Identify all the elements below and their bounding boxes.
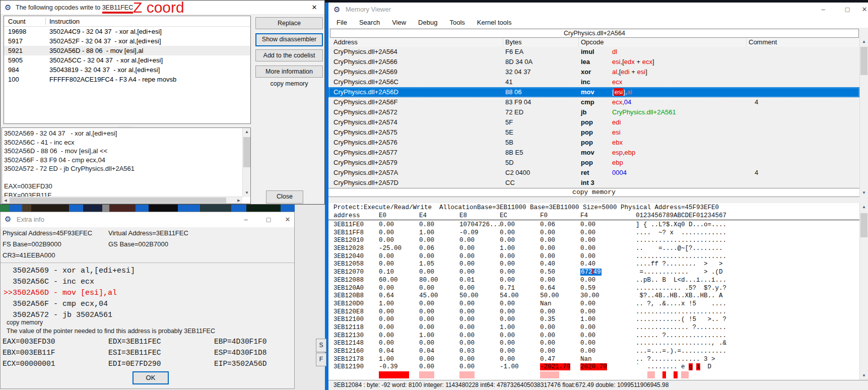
hex-value[interactable]: 0.01 xyxy=(459,277,500,285)
scroll-left-icon[interactable]: ◀ xyxy=(2,197,9,204)
hex-value[interactable]: 0.71 xyxy=(500,285,540,293)
hex-value[interactable]: 0.00 xyxy=(459,261,500,269)
hex-value[interactable]: 0.06 xyxy=(419,245,459,253)
hex-value[interactable] xyxy=(540,371,580,379)
hex-value[interactable]: 0.00 xyxy=(500,356,540,364)
hex-value[interactable]: 0.00 xyxy=(540,340,580,348)
hex-value[interactable]: -2021.70 xyxy=(540,363,580,371)
hex-row[interactable]: 3EB121000.000.000.000.000.351.00........… xyxy=(328,316,859,324)
hex-value[interactable]: 0.00 xyxy=(580,332,621,340)
hex-row[interactable]: 3EB120400.000.000.000.000.000.00........… xyxy=(328,253,859,261)
close-icon[interactable]: ✕ xyxy=(281,212,294,227)
hex-value[interactable]: 0.00 xyxy=(580,245,621,253)
hex-value[interactable]: Nan xyxy=(580,356,621,364)
hex-value[interactable]: 0.00 xyxy=(580,229,621,237)
hex-value[interactable]: 0.35 xyxy=(540,316,580,324)
hex-value[interactable]: 0.00 xyxy=(540,237,580,245)
hex-value[interactable]: 0.00 xyxy=(379,332,419,340)
column-comment[interactable]: Comment xyxy=(746,38,859,47)
hex-row[interactable]: 3EB121180.000.000.001.000.000.00........… xyxy=(328,324,859,332)
column-separator[interactable] xyxy=(45,18,46,25)
hex-value[interactable]: 0.00 xyxy=(459,300,500,308)
hex-row[interactable]: 3EB120E80.000.000.000.000.000.00........… xyxy=(328,308,859,316)
hex-value[interactable]: 0.00 xyxy=(540,308,580,316)
disasm-row[interactable]: CryPhysics.dll+2A57DCCint 3 xyxy=(328,178,859,188)
column-bytes[interactable]: Bytes xyxy=(503,38,578,47)
hex-value[interactable]: 10704726... xyxy=(459,221,500,229)
hex-value[interactable]: 0.00 xyxy=(500,300,540,308)
hex-value[interactable]: 0.00 xyxy=(500,221,540,229)
disasm-row[interactable]: CryPhysics.dll+2A5778B E5movesp,ebp xyxy=(328,148,859,158)
hex-value[interactable]: 0.00 xyxy=(459,332,500,340)
copy-memory-label[interactable]: copy memory xyxy=(255,80,323,87)
disasm-row[interactable]: CryPhysics.dll+2A5745Fpopedi xyxy=(328,117,859,127)
splitter[interactable]: ........ xyxy=(328,197,859,203)
column-count[interactable]: Count xyxy=(8,16,26,27)
hex-value[interactable]: 0.00 xyxy=(500,261,540,269)
hex-value[interactable]: 0.64 xyxy=(379,292,419,300)
column-address[interactable]: Address xyxy=(333,38,505,47)
hex-row[interactable]: 3EB120100.000.000.000.000.000.00........… xyxy=(328,237,859,245)
hex-value[interactable]: 0.00 xyxy=(580,340,621,348)
menu-item-debug[interactable]: Debug xyxy=(418,19,437,26)
hex-value[interactable]: 0.00 xyxy=(500,269,540,277)
hex-value[interactable]: 0.00 xyxy=(459,324,500,332)
menu-item-tools[interactable]: Tools xyxy=(449,19,464,26)
minimize-button[interactable]: – xyxy=(236,212,256,227)
hex-value[interactable]: 1.00 xyxy=(500,324,540,332)
menu-item-file[interactable]: File xyxy=(337,19,347,26)
close-icon[interactable]: ✕ xyxy=(306,1,322,15)
hex-value[interactable]: 0.00 xyxy=(540,277,580,285)
hex-value[interactable]: Nan xyxy=(540,300,580,308)
hex-value[interactable]: 80.00 xyxy=(419,277,459,285)
disasm-row[interactable]: CryPhysics.dll+2A5795Dpopebp xyxy=(328,158,859,168)
ok-button[interactable]: OK xyxy=(132,371,169,384)
hex-value[interactable]: 45.00 xyxy=(419,292,459,300)
hex-value[interactable]: 67249 xyxy=(580,269,621,277)
disasm-row[interactable]: CryPhysics.dll+2A5765Bpopebx xyxy=(328,138,859,148)
hex-value[interactable]: 1.00 xyxy=(419,229,459,237)
hex-row[interactable]: 3EB11FF80.001.00-0.090.000.000.00.... ~?… xyxy=(328,229,859,237)
opcodes-list-row[interactable]: 100FFFFF802ACE19FC4 - F3 A4 - repe movsb xyxy=(4,75,250,84)
column-opcode[interactable]: Opcode xyxy=(578,38,746,47)
hex-value[interactable]: 0.00 xyxy=(419,285,459,293)
hex-value[interactable]: 54.00 xyxy=(500,292,540,300)
hex-value[interactable]: 0.04 xyxy=(419,348,459,356)
hex-value[interactable] xyxy=(419,371,459,379)
hex-value[interactable]: 0.00 xyxy=(419,356,459,364)
opcodes-list-row[interactable]: 196983502A4C9 - 32 04 37 - xor al,[edi+e… xyxy=(4,27,250,36)
opcodes-list-row[interactable]: 98435043819 - 32 04 37 - xor al,[edi+esi… xyxy=(4,65,250,75)
hex-value[interactable]: 0.00 xyxy=(459,237,500,245)
detail-text[interactable]: 3502A569 - 32 04 37 - xor al,[edi+esi]35… xyxy=(4,129,241,197)
hex-row[interactable]: 3EB120B80.6445.0050.0054.0050.0030.00 $?… xyxy=(328,292,859,300)
hex-value[interactable]: 0.00 xyxy=(540,229,580,237)
close-button[interactable]: Close xyxy=(266,190,303,204)
hex-value[interactable]: 0.00 xyxy=(540,332,580,340)
hex-value[interactable]: 0.00 xyxy=(500,348,540,356)
disasm-row[interactable]: CryPhysics.dll+2A56F83 F9 04cmpecx,044 xyxy=(328,97,859,107)
hex-value[interactable]: 0.00 xyxy=(540,253,580,261)
scrollbar-thumb[interactable] xyxy=(860,47,867,75)
hex-row[interactable]: 3EB121300.001.000.000.000.000.00...... ?… xyxy=(328,332,859,340)
hex-value[interactable]: 0.00 xyxy=(580,277,621,285)
hex-value[interactable]: 0.00 xyxy=(540,324,580,332)
hex-value[interactable]: -25.00 xyxy=(379,245,419,253)
hex-value[interactable]: 0.00 xyxy=(500,340,540,348)
hex-value[interactable]: 0.00 xyxy=(540,348,580,356)
extra-info-titlebar[interactable]: ⚙ Extra info – ▢ ✕ xyxy=(1,212,294,227)
hex-value[interactable]: 0.06 xyxy=(540,221,580,229)
disassembler-scrollbar[interactable]: ▲ ▼ xyxy=(859,38,867,197)
hex-value[interactable] xyxy=(459,371,500,379)
hex-value[interactable]: 0.00 xyxy=(379,340,419,348)
hex-value[interactable]: 0.00 xyxy=(459,308,500,316)
scroll-down-icon[interactable]: ▼ xyxy=(243,189,251,197)
add-to-codelist-button[interactable]: Add to the codelist xyxy=(255,49,323,61)
hex-row[interactable]: 3EB121480.000.000.000.000.000.00........… xyxy=(328,340,859,348)
hex-row[interactable]: 3EB12028-25.000.060.001.000.000.00.. =..… xyxy=(328,245,859,253)
opcodes-list-row[interactable]: 59213502A56D - 88 06 - mov [esi],al xyxy=(4,46,250,55)
hex-value[interactable]: 0.00 xyxy=(500,229,540,237)
hex-value[interactable]: 1.00 xyxy=(500,245,540,253)
close-icon[interactable]: ✕ xyxy=(857,3,868,17)
hex-value[interactable]: 0.00 xyxy=(419,308,459,316)
hex-value[interactable]: 0.00 xyxy=(379,308,419,316)
